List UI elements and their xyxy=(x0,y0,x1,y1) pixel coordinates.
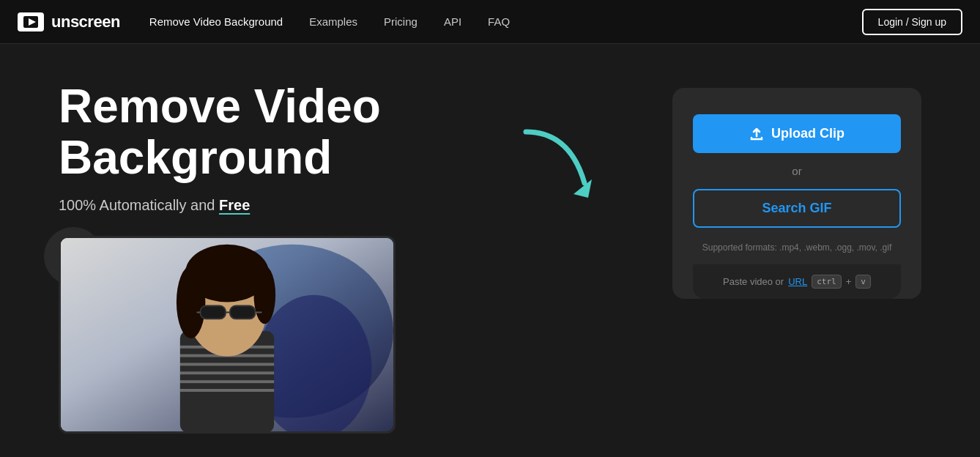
upload-clip-label: Upload Clip xyxy=(771,126,844,141)
preview-image xyxy=(61,236,393,434)
svg-rect-12 xyxy=(180,389,274,392)
nav-link-faq[interactable]: FAQ xyxy=(488,15,510,28)
hero-title-line1: Remove Video xyxy=(59,80,381,133)
hero-subtitle-bold: Free xyxy=(219,197,250,213)
navbar-left: unscreen Remove Video Background Example… xyxy=(18,12,510,31)
upload-panel: Upload Clip or Search GIF Supported form… xyxy=(672,88,921,299)
nav-link-examples[interactable]: Examples xyxy=(309,15,357,28)
paste-text: Paste video or xyxy=(723,276,784,287)
kbd-v: v xyxy=(855,275,871,289)
nav-link-remove-video[interactable]: Remove Video Background xyxy=(149,15,283,28)
nav-link-pricing[interactable]: Pricing xyxy=(384,15,417,28)
nav-link-api[interactable]: API xyxy=(444,15,461,28)
svg-rect-11 xyxy=(180,380,274,383)
video-preview xyxy=(59,236,396,434)
logo-icon xyxy=(18,12,44,31)
nav-item-examples[interactable]: Examples xyxy=(309,15,357,29)
svg-point-16 xyxy=(177,266,205,338)
arrow-svg xyxy=(511,125,599,205)
svg-rect-10 xyxy=(180,371,274,374)
search-gif-button[interactable]: Search GIF xyxy=(693,189,901,228)
hero-right: Upload Clip or Search GIF Supported form… xyxy=(672,88,921,299)
svg-point-17 xyxy=(254,266,276,324)
upload-clip-button[interactable]: Upload Clip xyxy=(693,114,901,153)
arrow-decoration xyxy=(511,125,599,208)
hero-title-line2: Background xyxy=(59,131,332,184)
nav-item-remove-video[interactable]: Remove Video Background xyxy=(149,15,283,29)
navbar: unscreen Remove Video Background Example… xyxy=(0,0,980,44)
supported-formats: Supported formats: .mp4, .webm, .ogg, .m… xyxy=(702,242,892,253)
url-link[interactable]: URL xyxy=(788,276,807,287)
video-inner xyxy=(61,238,393,431)
logo[interactable]: unscreen xyxy=(18,12,120,31)
or-divider: or xyxy=(792,165,801,177)
svg-rect-9 xyxy=(180,363,274,365)
nav-item-faq[interactable]: FAQ xyxy=(488,15,510,29)
main-content: Remove Video Background 100% Automatical… xyxy=(0,44,980,457)
kbd-plus: + xyxy=(846,276,852,287)
kbd-ctrl: ctrl xyxy=(812,275,842,289)
svg-rect-18 xyxy=(200,305,226,319)
logo-svg xyxy=(23,16,38,28)
svg-rect-19 xyxy=(230,305,256,319)
hero-left: Remove Video Background 100% Automatical… xyxy=(59,81,643,434)
logo-text: unscreen xyxy=(51,12,120,31)
nav-links: Remove Video Background Examples Pricing… xyxy=(149,15,510,29)
upload-icon xyxy=(749,127,764,141)
login-button[interactable]: Login / Sign up xyxy=(862,9,962,35)
nav-item-api[interactable]: API xyxy=(444,15,461,29)
hero-subtitle-plain: 100% Automatically and xyxy=(59,197,219,213)
paste-area: Paste video or URL ctrl + v xyxy=(693,264,901,299)
nav-item-pricing[interactable]: Pricing xyxy=(384,15,417,29)
